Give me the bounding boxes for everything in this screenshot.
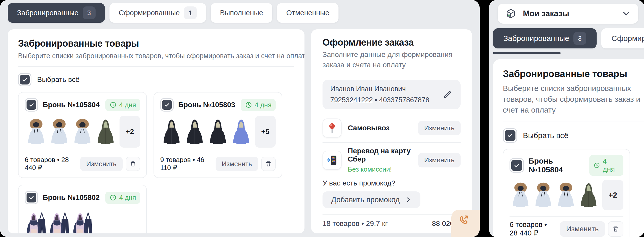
items-and-price: 9 товаров • 46 110 ₽ — [160, 156, 213, 172]
product-thumbnails: +2 — [510, 180, 623, 210]
parka-dark — [183, 116, 206, 148]
tab-label: Забронированные — [503, 34, 569, 43]
divider — [323, 114, 461, 114]
callback-button[interactable] — [451, 210, 480, 237]
ski-suit-set — [71, 208, 94, 233]
trash-icon — [612, 225, 620, 233]
checkbox-checked[interactable] — [503, 128, 517, 143]
days-left-badge: 4 дня — [241, 99, 276, 111]
tab-reserved[interactable]: Забронированные 3 — [493, 28, 597, 48]
more-items-box[interactable]: +2 — [120, 116, 140, 148]
logistics-fee-row: Логистический сбор 0 ₽ — [323, 233, 461, 233]
change-payment-button[interactable]: Изменить — [418, 153, 461, 167]
tabs-scroll-indicator — [493, 52, 561, 54]
more-items-box[interactable]: +2 — [602, 180, 623, 210]
days-left-badge: 4 дня — [589, 155, 623, 176]
check-icon — [507, 132, 513, 139]
divider — [323, 214, 461, 215]
edit-reservation-button[interactable]: Изменить — [80, 157, 123, 171]
mobile-order-status-tabs: Забронированные 3 Сформированные — [493, 28, 644, 48]
delivery-method-row: Самовывоз Изменить — [323, 118, 461, 138]
reservation-number: Бронь №105803 — [178, 101, 235, 109]
days-left-badge: 4 дня — [105, 192, 140, 204]
reservation-card: Бронь №105803 4 дня — [154, 92, 282, 178]
checkbox-checked[interactable] — [25, 191, 38, 204]
clock-icon — [594, 162, 600, 169]
more-items-box[interactable]: +5 — [255, 116, 276, 148]
clock-icon — [109, 101, 117, 108]
check-icon — [22, 77, 28, 83]
select-all-checkbox-row[interactable]: Выбрать всё — [18, 73, 294, 86]
tab-count-badge: 3 — [573, 32, 586, 45]
chevron-right-icon — [405, 196, 412, 203]
reservation-card: Бронь №105804 4 дня — [18, 92, 147, 178]
panel-title: Забронированные товары — [18, 38, 294, 49]
panel-title: Забронированные товары — [503, 69, 644, 79]
checkbox-checked[interactable] — [510, 158, 524, 173]
tab-count-badge: 3 — [83, 6, 96, 19]
tab-formed[interactable]: Сформированные 1 — [109, 3, 206, 23]
edit-reservation-button[interactable]: Изменить — [216, 157, 258, 171]
reserved-products-panel: Забронированные товары Выберите списки з… — [8, 29, 304, 233]
checkbox-checked[interactable] — [18, 73, 31, 86]
edit-pencil-icon[interactable] — [442, 89, 453, 100]
totals-row: 18 товаров • 29.7 кг 88 020 ₽ — [323, 219, 461, 228]
checkbox-checked[interactable] — [25, 98, 38, 112]
items-and-price: 6 товаров • 28 440 ₽ — [25, 156, 77, 172]
add-promo-button[interactable]: Добавить промокод — [323, 191, 420, 208]
promo-question: У вас есть промокод? — [323, 179, 461, 187]
trash-icon — [129, 160, 137, 168]
info-icon[interactable] — [392, 233, 400, 234]
mobile-reserved-products-panel: Забронированные товары Выберите списки з… — [493, 59, 644, 237]
tab-completed[interactable]: Выполненые — [211, 3, 272, 23]
divider — [160, 152, 276, 152]
mobile-view: Мои заказы Забронированные 3 Сформирован… — [489, 0, 644, 237]
edit-reservation-button[interactable]: Изменить — [560, 221, 605, 237]
parka-fur-light — [48, 116, 71, 148]
tab-label: Сформированные — [119, 9, 180, 17]
reservation-card: Бронь №105804 4 дня — [503, 149, 630, 237]
clock-icon — [245, 101, 252, 108]
payment-method-label: Перевод на карту Сбер — [348, 147, 412, 163]
product-thumbnails: +5 — [160, 116, 276, 148]
customer-info-box: Иванов Иван Иванович 79253241222 • 40337… — [323, 80, 461, 109]
select-all-label: Выбрать всё — [523, 131, 568, 140]
customer-name: Иванов Иван Иванович — [330, 85, 429, 93]
card-header: Бронь №105803 4 дня — [160, 98, 276, 112]
divider — [503, 122, 644, 122]
tab-cancelled[interactable]: Отмененные — [277, 3, 338, 23]
divider — [18, 66, 294, 67]
change-delivery-button[interactable]: Изменить — [418, 121, 461, 135]
chevron-down-icon[interactable] — [621, 9, 631, 19]
checkbox-checked[interactable] — [160, 98, 174, 112]
check-icon — [514, 162, 520, 168]
parka-dark — [207, 116, 229, 148]
divider — [510, 216, 623, 217]
divider — [323, 142, 461, 143]
my-orders-header[interactable]: Мои заказы — [498, 4, 638, 24]
parka-fur-light — [555, 180, 577, 210]
jacket-olive — [578, 180, 600, 210]
fee-label: Логистический сбор — [323, 233, 389, 234]
parka-fur-light — [532, 180, 554, 210]
tab-label: Отмененные — [286, 9, 329, 17]
parka-dark — [160, 116, 183, 148]
delete-reservation-button[interactable] — [126, 157, 140, 171]
card-footer: 6 товаров • 28 440 ₽ Изменить — [510, 221, 623, 237]
reservation-card: Бронь №105802 4 дня — [18, 185, 147, 233]
delete-reservation-button[interactable] — [261, 157, 276, 171]
tab-reserved[interactable]: Забронированные 3 — [8, 3, 105, 23]
tab-label: Сформированные — [612, 34, 644, 43]
card-header: Бронь №105804 4 дня — [25, 98, 140, 112]
tab-count-badge: 1 — [184, 6, 197, 19]
reservation-number: Бронь №105804 — [43, 101, 100, 109]
trash-icon — [265, 160, 272, 168]
panel-subtitle: Выберите списки забронированных товаров,… — [503, 83, 644, 115]
divider — [323, 75, 461, 75]
tab-formed[interactable]: Сформированные — [601, 28, 644, 48]
panel-subtitle: Выберите списки забронированных товаров,… — [18, 52, 294, 60]
delete-reservation-button[interactable] — [608, 221, 623, 237]
select-all-checkbox-row[interactable]: Выбрать всё — [503, 128, 644, 143]
reservation-number: Бронь №105802 — [43, 193, 100, 202]
reservation-cards: Бронь №105804 4 дня — [18, 92, 294, 233]
